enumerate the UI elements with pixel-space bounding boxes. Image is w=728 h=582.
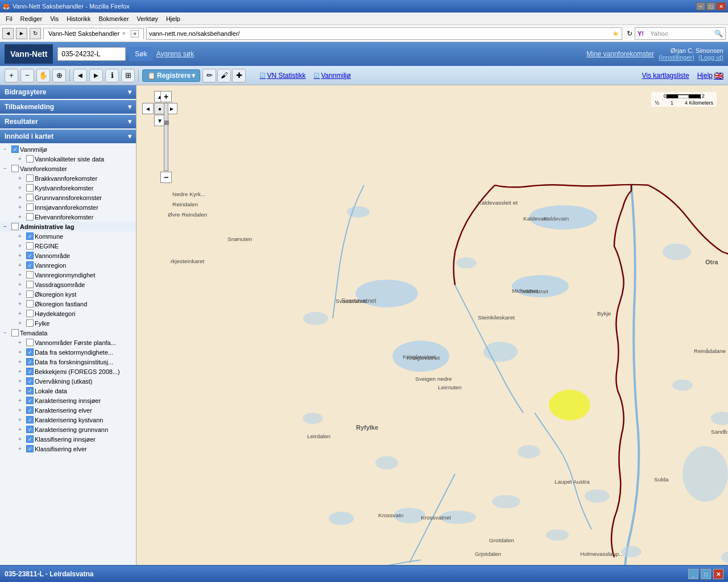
vannlokaliteter-checkbox[interactable]	[26, 155, 34, 163]
tree-vassdragsomrade[interactable]: + Vassdragsområde	[0, 280, 136, 289]
zoom-out-button[interactable]: −	[160, 172, 172, 183]
kar-elver-checkbox[interactable]: ✓	[26, 406, 34, 414]
menu-rediger[interactable]: Rediger	[17, 14, 46, 23]
temadata-checkbox[interactable]	[11, 329, 19, 336]
vassdragsomrade-checkbox[interactable]	[26, 281, 34, 288]
tree-klass-innsjor[interactable]: + ✓ Klassifisering innsjøer	[0, 434, 136, 444]
vn-statistikk-link[interactable]: VN Statistikk	[259, 72, 305, 80]
settings-link[interactable]: (Innstillinger)	[659, 54, 694, 61]
pan-left-button[interactable]: ◄	[142, 103, 154, 114]
pencil-tool[interactable]: ✏	[202, 69, 216, 82]
zoom-out-tool[interactable]: −	[20, 69, 34, 82]
pan-tool[interactable]: ✋	[36, 69, 50, 82]
help-link[interactable]: Hjelp 🇬🇧	[697, 71, 723, 80]
bidragsytere-header[interactable]: Bidragsytere ▾	[0, 85, 136, 99]
minimize-button[interactable]: −	[696, 2, 705, 10]
tree-regine[interactable]: + REGINE	[0, 241, 136, 251]
browser-tab[interactable]: Vann-Nett Saksbehandler ✕ +	[43, 28, 144, 39]
tree-brakkvann[interactable]: + Brakkvannforekomster	[0, 173, 136, 183]
hoydekategori-checkbox[interactable]	[26, 310, 34, 317]
status-close-icon[interactable]: ✕	[713, 569, 723, 579]
tree-kommune[interactable]: + ✓ Kommune	[0, 231, 136, 241]
tree-kar-kystvann[interactable]: + ✓ Karakterisering kystvann	[0, 415, 136, 425]
status-minimize-icon[interactable]: _	[688, 569, 698, 579]
tree-data-forskning[interactable]: + ✓ Data fra forskningsinstitusj...	[0, 357, 136, 367]
menu-bokmerker[interactable]: Bokmerker	[95, 14, 132, 23]
back-nav-tool[interactable]: ◄	[73, 69, 87, 82]
kommune-checkbox[interactable]: ✓	[26, 232, 34, 240]
tree-klass-elver[interactable]: + ✓ Klassifisering elver	[0, 444, 136, 454]
add-tool[interactable]: ✚	[232, 69, 246, 82]
resultater-header[interactable]: Resultater ▾	[0, 115, 136, 128]
tree-administrative[interactable]: − Administrative lag	[0, 222, 136, 231]
tree-temadata[interactable]: − Temadata	[0, 328, 136, 338]
vannregion-checkbox[interactable]: ✓	[26, 261, 34, 269]
status-maximize-icon[interactable]: □	[701, 569, 711, 579]
tree-vannregion[interactable]: + ✓ Vannregion	[0, 260, 136, 270]
tree-grunnvann[interactable]: + Grunnvannsforekomster	[0, 193, 136, 202]
menu-vis[interactable]: Vis	[47, 14, 62, 23]
okoregion-kyst-checkbox[interactable]	[26, 290, 34, 298]
menu-fil[interactable]: Fil	[2, 14, 16, 23]
klass-elver-checkbox[interactable]: ✓	[26, 445, 34, 452]
tree-kystvann[interactable]: + Kystvannforekomster	[0, 183, 136, 193]
kar-kystvann-checkbox[interactable]: ✓	[26, 416, 34, 423]
logout-link[interactable]: (Logg ut)	[698, 54, 723, 61]
tree-bekkekjemi[interactable]: + ✓ Bekkekjemi (FOREGS 2008...)	[0, 367, 136, 376]
pan-control[interactable]: ▲ ◄ ● ► ▼	[142, 91, 177, 126]
layers-tool[interactable]: ⊞	[121, 69, 135, 82]
bekkekjemi-checkbox[interactable]: ✓	[26, 368, 34, 375]
map-area[interactable]: Svartavatnet Midtvatnet Kaldevatn Kringl…	[136, 85, 728, 565]
vannmiljo-link[interactable]: Vannmiljø	[313, 72, 350, 80]
kar-grunnvann-checkbox[interactable]: ✓	[26, 426, 34, 433]
menu-hjelp[interactable]: Hjelp	[163, 14, 184, 23]
tree-vannlokaliteter[interactable]: + Vannlokaliteter siste data	[0, 154, 136, 164]
tilbakemelding-header[interactable]: Tilbakemelding ▾	[0, 100, 136, 114]
reload-button[interactable]: ↻	[30, 28, 41, 39]
search-button[interactable]: Søk	[129, 47, 152, 61]
forward-button[interactable]: ►	[16, 28, 27, 39]
administrative-checkbox[interactable]	[11, 223, 19, 230]
back-button[interactable]: ◄	[2, 28, 14, 39]
tree-vannomrader-forste[interactable]: + Vannområder Første planfa...	[0, 338, 136, 347]
zoom-track[interactable]	[164, 103, 168, 171]
close-button[interactable]: ✕	[717, 2, 726, 10]
refresh-icon[interactable]: ↻	[627, 30, 632, 38]
elvevann-checkbox[interactable]	[26, 213, 34, 221]
tree-vannomrade[interactable]: + ✓ Vannområde	[0, 251, 136, 260]
okoregion-fastland-checkbox[interactable]	[26, 300, 34, 307]
brakkvann-checkbox[interactable]	[26, 174, 34, 182]
menu-verktoy[interactable]: Verktøy	[134, 14, 162, 23]
search-input[interactable]	[57, 47, 126, 61]
maximize-button[interactable]: □	[706, 2, 715, 10]
vannmiljo-checkbox[interactable]: ✓	[11, 146, 19, 153]
regine-checkbox[interactable]	[26, 242, 34, 250]
overvaking-checkbox[interactable]: ✓	[26, 377, 34, 385]
yahoo-search-bar[interactable]: Y! · Yahoo 🔍	[635, 27, 726, 40]
forward-nav-tool[interactable]: ►	[89, 69, 103, 82]
tree-vannmiljo[interactable]: − ✓ Vannmiljø	[0, 144, 136, 154]
info-tool[interactable]: ℹ	[105, 69, 119, 82]
vannforekomster-checkbox[interactable]	[11, 165, 19, 172]
tree-data-sektor[interactable]: + ✓ Data fra sektormyndighete...	[0, 347, 136, 357]
menu-historikk[interactable]: Historikk	[63, 14, 94, 23]
tree-kar-innsjor[interactable]: + ✓ Karakterisering innsjøer	[0, 396, 136, 405]
innsjovann-checkbox[interactable]	[26, 203, 34, 211]
window-controls[interactable]: − □ ✕	[696, 2, 726, 10]
tree-hoydekategori[interactable]: + Høydekategori	[0, 309, 136, 318]
mine-vannforekomster-link[interactable]: Mine vannforekomster	[586, 50, 654, 58]
tree-lokale-data[interactable]: + ✓ Lokale data	[0, 386, 136, 396]
tree-kar-grunnvann[interactable]: + ✓ Karakterisering grunnvann	[0, 425, 136, 434]
vannregionmyndighet-checkbox[interactable]	[26, 271, 34, 278]
zoom-thumb[interactable]	[164, 120, 169, 125]
lokale-data-checkbox[interactable]: ✓	[26, 387, 34, 394]
url-input[interactable]	[149, 30, 612, 37]
bookmark-icon[interactable]: ★	[612, 29, 619, 38]
zoom-in-tool[interactable]: +	[5, 69, 18, 82]
tree-elvevann[interactable]: + Elvevannforekomster	[0, 212, 136, 222]
vannomrader-checkbox[interactable]	[26, 339, 34, 346]
tree-kar-elver[interactable]: + ✓ Karakterisering elver	[0, 405, 136, 415]
select-tool[interactable]: ⊕	[52, 69, 66, 82]
tree-okoregion-kyst[interactable]: + Økoregion kyst	[0, 289, 136, 299]
innhold-header[interactable]: Innhold i kartet ▾	[0, 130, 136, 143]
